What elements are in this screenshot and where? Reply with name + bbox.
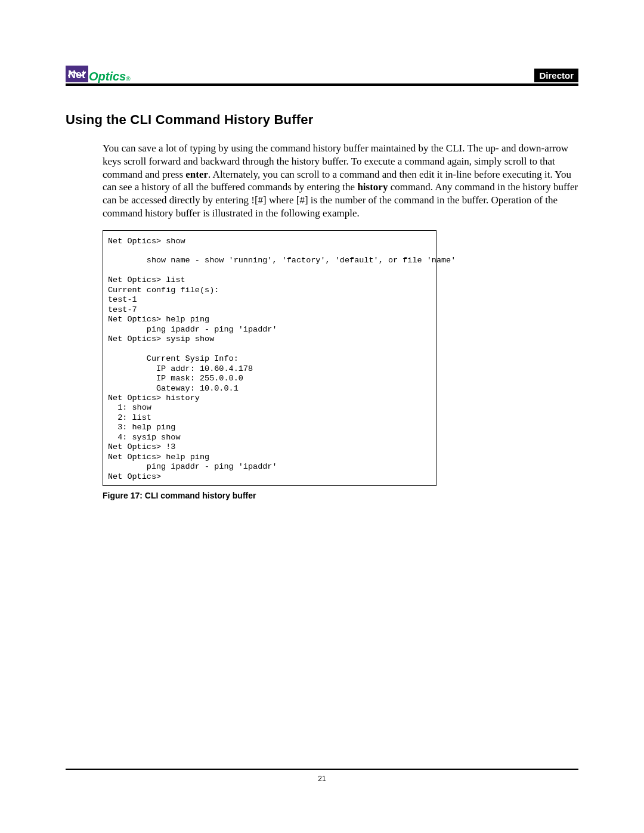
para-bold-enter: enter <box>185 169 208 180</box>
director-badge: Director <box>534 69 578 82</box>
section-title: Using the CLI Command History Buffer <box>66 112 578 128</box>
figure-caption: Figure 17: CLI command history buffer <box>103 491 578 500</box>
para-bold-history: history <box>357 181 388 193</box>
logo: Net Optics ® <box>66 66 131 82</box>
logo-mark-box: Net <box>66 66 89 82</box>
page: Net Optics ® Director Using the CLI Comm… <box>0 0 644 833</box>
page-header: Net Optics ® Director <box>66 66 578 86</box>
body-paragraph: You can save a lot of typing by using th… <box>103 142 578 220</box>
page-footer: 21 <box>66 769 578 783</box>
logo-registered-mark: ® <box>126 76 130 82</box>
logo-optics-text: Optics <box>89 70 126 82</box>
cli-output: Net Optics> show show name - show 'runni… <box>108 237 431 482</box>
page-number: 21 <box>318 775 326 783</box>
cli-output-box: Net Optics> show show name - show 'runni… <box>103 230 436 487</box>
logo-net-text: Net <box>68 69 85 80</box>
